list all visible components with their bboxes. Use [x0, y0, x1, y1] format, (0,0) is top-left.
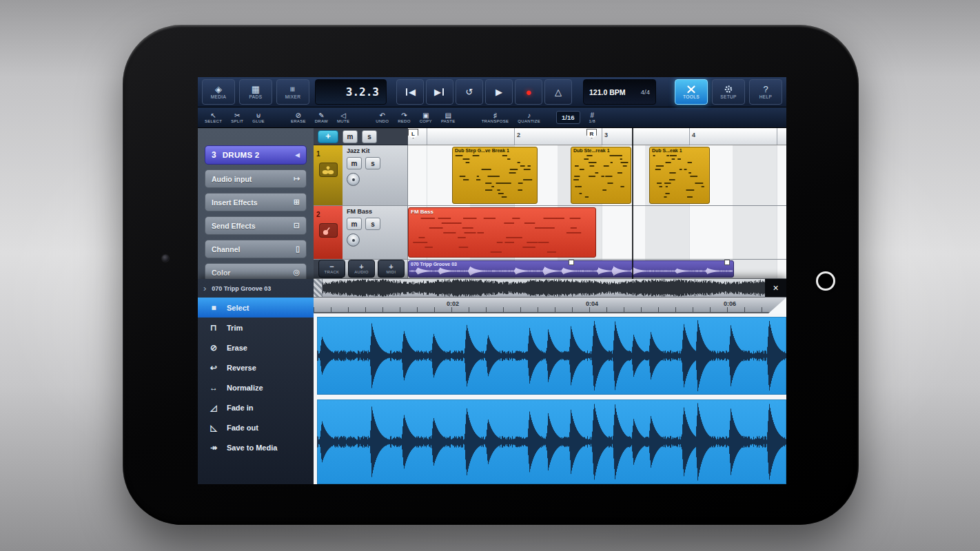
midi-clip[interactable]: Dub Ste...reak 1 — [571, 147, 631, 204]
quantize-button[interactable]: ♪ QUANTIZE — [518, 112, 540, 123]
editor-tool-panel: › 070 Tripp Groove 03 ■ Select ⊓ Trim ⊘ … — [198, 279, 314, 484]
timeline-ruler[interactable]: 2 3 4 L R — [408, 128, 786, 145]
add-audio-track-button[interactable]: + AUDIO — [348, 260, 375, 278]
help-button[interactable]: ? HELP — [749, 79, 782, 105]
mixer-button[interactable]: ≡ MIXER — [276, 79, 309, 105]
clip-lane[interactable]: FM Bass — [408, 206, 786, 259]
select-tool-button[interactable]: ↖ SELECT — [205, 112, 222, 123]
track-header[interactable]: Jazz Kit m s — [343, 145, 408, 205]
waveform-canvas[interactable] — [317, 399, 786, 484]
erase-tool-button[interactable]: ⊘ ERASE — [291, 112, 306, 123]
chevron-icon[interactable]: › — [203, 283, 206, 293]
time-label: 0:04 — [586, 300, 598, 307]
reverse-icon: ↩ — [208, 363, 219, 373]
clip-lane[interactable]: Dub Step G...ve Break 1 Dub Ste...reak 1… — [408, 145, 786, 205]
transport-controls: ◀ ▶ ↺ ▶ ● △ — [396, 79, 572, 105]
waveform-right-channel[interactable] — [317, 399, 786, 484]
clip-lane[interactable]: 070 Tripp Groove 03 — [408, 260, 786, 278]
grid-value-display[interactable]: 1/16 — [556, 111, 580, 124]
play-button[interactable]: ▶ — [485, 79, 513, 105]
copy-button[interactable]: ▣ COPY — [420, 112, 432, 123]
mute-tool-button[interactable]: ◁ MUTE — [337, 112, 349, 123]
loop-button[interactable]: ↺ — [456, 79, 483, 105]
toolbar-right-group: TOOLS SETUP ? HELP — [675, 79, 782, 105]
editor-time-ruler[interactable]: 0:02 0:04 0:06 — [314, 298, 786, 313]
media-button[interactable]: ◈ MEDIA — [202, 79, 235, 105]
transpose-button[interactable]: ♯ TRANSPOSE — [482, 112, 509, 123]
undo-button[interactable]: ↶ UNDO — [376, 112, 389, 123]
draw-tool-button[interactable]: ✎ DRAW — [315, 112, 328, 123]
overview-waveform[interactable] — [323, 279, 765, 297]
midi-clip[interactable]: Dub Step G...ve Break 1 — [452, 147, 538, 204]
plus-icon: + — [359, 263, 363, 270]
pads-button[interactable]: ▦ PADS — [239, 79, 272, 105]
solo-button[interactable]: s — [365, 218, 380, 230]
channel-button[interactable]: Channel ▯ — [205, 240, 307, 258]
mute-button[interactable]: m — [347, 157, 362, 169]
waveform-left-channel[interactable] — [317, 317, 786, 395]
rewind-button[interactable]: ◀ — [396, 79, 424, 105]
home-button[interactable] — [816, 271, 835, 291]
audio-input-icon: ↦ — [294, 174, 300, 183]
midi-clip[interactable]: Dub S...eak 1 — [649, 147, 710, 204]
delete-track-button[interactable]: − TRACK — [318, 260, 345, 278]
help-label: HELP — [759, 94, 773, 99]
fade-out-icon: ◺ — [208, 423, 219, 433]
tool-save-to-media[interactable]: ↠ Save to Media — [198, 437, 314, 457]
paste-button[interactable]: ▤ PASTE — [441, 112, 456, 123]
ruler-ticks — [314, 307, 786, 312]
tool-fade-in[interactable]: ◿ Fade in — [198, 397, 314, 417]
track-header[interactable]: FM Bass m s — [343, 206, 408, 259]
redo-button[interactable]: ↷ REDO — [398, 112, 411, 123]
tool-fade-out[interactable]: ◺ Fade out — [198, 417, 314, 437]
eraser-icon: ⊘ — [296, 112, 301, 119]
track-color-strip[interactable]: 2 — [314, 206, 343, 259]
insert-effects-button[interactable]: Insert Effects ⊞ — [205, 193, 307, 211]
track-color-strip[interactable]: 1 — [314, 145, 343, 205]
mute-button[interactable]: m — [347, 218, 362, 230]
tool-select[interactable]: ■ Select — [198, 298, 314, 318]
metronome-button[interactable]: △ — [544, 79, 572, 105]
audio-clip[interactable]: FM Bass — [408, 207, 596, 258]
clip-handle[interactable] — [724, 260, 730, 265]
audio-input-button[interactable]: Audio input ↦ — [205, 169, 307, 188]
glue-icon: ⊎ — [256, 112, 261, 119]
global-mute-button[interactable]: m — [343, 130, 358, 143]
tool-erase[interactable]: ⊘ Erase — [198, 337, 314, 357]
background: ◈ MEDIA ▦ PADS ≡ MIXER 3.2.3 ◀ — [0, 0, 980, 551]
speaker-mute-icon: ◁ — [340, 112, 346, 119]
overview-drag-handle[interactable] — [314, 279, 323, 297]
editor-resize-handle[interactable] — [768, 298, 786, 313]
tool-reverse[interactable]: ↩ Reverse — [198, 357, 314, 377]
volume-knob[interactable] — [347, 233, 360, 247]
tools-button[interactable]: TOOLS — [675, 79, 708, 105]
setup-button[interactable]: SETUP — [712, 79, 745, 105]
app-screen: ◈ MEDIA ▦ PADS ≡ MIXER 3.2.3 ◀ — [198, 77, 786, 484]
bar-gridline — [514, 128, 515, 145]
snap-grid-button[interactable]: # 1/8 — [589, 112, 595, 123]
crosshair-button[interactable]: + — [318, 130, 338, 143]
loop-end-marker[interactable]: R — [586, 129, 597, 138]
time-display[interactable]: 3.2.3 — [315, 79, 387, 105]
loop-start-marker[interactable]: L — [408, 129, 418, 138]
volume-knob[interactable] — [347, 173, 360, 186]
selected-track-header[interactable]: 3 DRUMS 2 ◀ — [205, 145, 307, 165]
send-effects-button[interactable]: Send Effects ⊡ — [205, 216, 307, 235]
bar-gridline — [427, 128, 427, 145]
tool-trim[interactable]: ⊓ Trim — [198, 318, 314, 337]
tempo-display[interactable]: 121.0 BPM 4/4 — [583, 79, 656, 105]
scissors-icon: ✂ — [234, 112, 240, 119]
waveform-overview-strip[interactable]: × — [314, 279, 786, 298]
global-solo-button[interactable]: s — [362, 130, 377, 143]
close-editor-button[interactable]: × — [765, 279, 786, 297]
glue-tool-button[interactable]: ⊎ GLUE — [252, 112, 265, 123]
split-tool-button[interactable]: ✂ SPLIT — [231, 112, 243, 123]
tool-normalize[interactable]: ↔ Normalize — [198, 377, 314, 397]
clip-handle[interactable] — [569, 260, 574, 265]
forward-button[interactable]: ▶ — [426, 79, 453, 105]
waveform-canvas[interactable] — [317, 317, 786, 395]
add-midi-track-button[interactable]: + MIDI — [378, 260, 405, 278]
solo-button[interactable]: s — [365, 157, 380, 169]
record-button[interactable]: ● — [515, 79, 542, 105]
plus-icon: + — [389, 263, 393, 270]
